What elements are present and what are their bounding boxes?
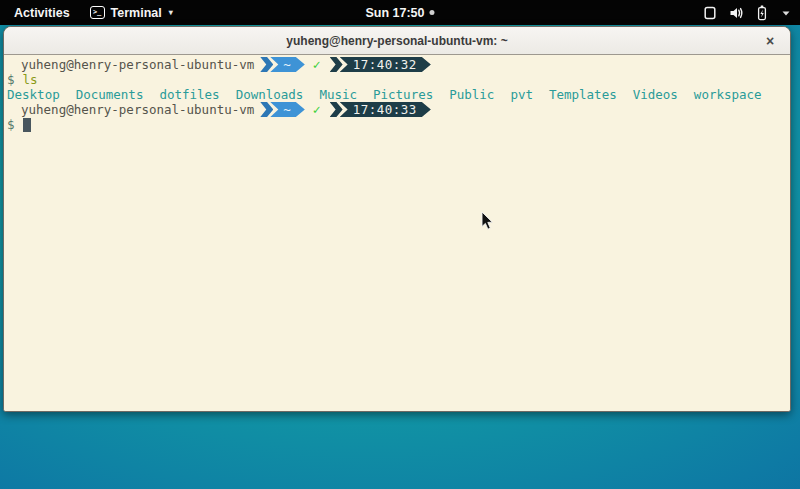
- chevron-down-icon: ▾: [169, 8, 173, 17]
- prompt-symbol: $: [7, 117, 15, 132]
- dir-entry: Public: [449, 87, 494, 102]
- status-check-icon: ✓: [313, 57, 321, 72]
- powerline-chevron-icon: [330, 57, 343, 72]
- dir-entry: Downloads: [236, 87, 304, 102]
- prompt-user: yuheng@henry-personal-ubuntu-vm: [21, 102, 254, 117]
- dir-entry: pvt: [510, 87, 533, 102]
- powerline-chevron-icon: [260, 102, 273, 117]
- typed-command: ls: [23, 72, 38, 87]
- clock-label: Sun 17:50: [365, 6, 424, 20]
- close-button[interactable]: ×: [761, 32, 779, 50]
- chevron-down-icon: [780, 5, 792, 21]
- dir-entry: Templates: [549, 87, 617, 102]
- cwd-badge: ~: [270, 57, 305, 72]
- top-bar: Activities >_ Terminal ▾ Sun 17:50: [0, 0, 800, 25]
- terminal-window: yuheng@henry-personal-ubuntu-vm: ~ × yuh…: [3, 26, 791, 412]
- powerline-chevron-icon: [260, 57, 273, 72]
- dir-entry: Music: [319, 87, 357, 102]
- app-menu-label: Terminal: [111, 6, 162, 20]
- activities-button[interactable]: Activities: [10, 6, 74, 20]
- cwd-badge: ~: [270, 102, 305, 117]
- command-line: $ ls: [7, 72, 790, 87]
- system-status-area[interactable]: [702, 5, 792, 21]
- dir-entry: dotfiles: [159, 87, 219, 102]
- dir-entry: Desktop: [7, 87, 60, 102]
- notification-dot-icon: [430, 10, 435, 15]
- window-title: yuheng@henry-personal-ubuntu-vm: ~: [286, 34, 507, 48]
- status-check-icon: ✓: [313, 102, 321, 117]
- volume-icon: [728, 5, 744, 21]
- time-badge: 17:40:32: [340, 57, 431, 72]
- desktop: { "top_bar": { "activities_label": "Acti…: [0, 0, 800, 489]
- text-cursor: [23, 118, 31, 132]
- screen-icon: [702, 5, 718, 21]
- app-menu-terminal[interactable]: >_ Terminal ▾: [90, 6, 173, 20]
- terminal-icon: >_: [90, 6, 105, 19]
- prompt-user: yuheng@henry-personal-ubuntu-vm: [21, 57, 254, 72]
- battery-charging-icon: [754, 5, 770, 21]
- terminal-content[interactable]: yuheng@henry-personal-ubuntu-vm ~ ✓ 17:4…: [4, 55, 790, 412]
- prompt-symbol: $: [7, 72, 15, 87]
- clock-menu[interactable]: Sun 17:50: [365, 6, 434, 20]
- prompt-line: yuheng@henry-personal-ubuntu-vm ~ ✓ 17:4…: [7, 57, 790, 72]
- ls-output: Desktop Documents dotfiles Downloads Mus…: [7, 87, 790, 102]
- prompt-line: yuheng@henry-personal-ubuntu-vm ~ ✓ 17:4…: [7, 102, 790, 117]
- dir-entry: Videos: [633, 87, 678, 102]
- dir-entry: Pictures: [373, 87, 433, 102]
- powerline-chevron-icon: [330, 102, 343, 117]
- dir-entry: workspace: [694, 87, 762, 102]
- window-titlebar[interactable]: yuheng@henry-personal-ubuntu-vm: ~ ×: [4, 27, 790, 55]
- dir-entry: Documents: [76, 87, 144, 102]
- time-badge: 17:40:33: [340, 102, 431, 117]
- input-line[interactable]: $: [7, 117, 790, 132]
